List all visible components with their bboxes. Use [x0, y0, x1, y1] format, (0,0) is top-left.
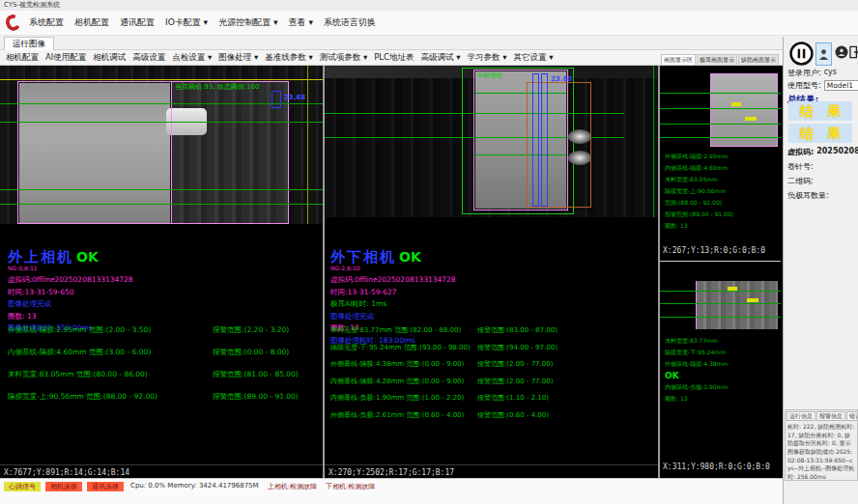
pause-button[interactable] — [789, 42, 814, 66]
yellow-baseline — [0, 79, 323, 80]
menu-item-io-card-config[interactable]: IO卡配置 ▾ — [165, 16, 208, 29]
ai-box-label: AI检测框 — [477, 71, 502, 80]
menu-item-language-switch[interactable]: 系统语言切换 — [324, 16, 376, 29]
model-field: 使用型号: Model1 — [787, 80, 858, 91]
left-camera-info: 外上相机OK NG:0,B:11 虚拟码:0ffline202502081331… — [8, 249, 133, 332]
app-window: CYS-视觉检测系统 系统配置 相机配置 通讯配置 IO卡配置 ▾ 光源控制配置… — [0, 0, 858, 504]
operator-button[interactable] — [835, 45, 848, 62]
upper-camera-fault: 上相机:检测故障 — [268, 482, 317, 491]
result-box-1: 结 果 — [788, 101, 852, 121]
toolbar-image-process[interactable]: 图像处理 ▾ — [218, 52, 258, 64]
measurement-row: 内侧基线-隔膜:4.28mm 范围:(0.00 - 9.00)报警范围:(2.0… — [330, 377, 558, 386]
toolbar-advanced-setup[interactable]: 高级设置 — [132, 52, 165, 64]
left-camera-image[interactable]: 当前阈值:93, 动态阈值:100 23.68 — [0, 66, 323, 224]
measurement-row: 隔膜宽度-下:95.24mm 范围:(93.00 - 98.00)报警范围:(9… — [330, 343, 558, 352]
log-tab-alarm[interactable]: 报警信息 — [816, 411, 845, 421]
tab-count-field: 负极耳数量: — [787, 190, 829, 201]
tab-run-image[interactable]: 运行图像 — [4, 37, 54, 50]
toolbar-baseline-params[interactable]: 基准线参数 ▾ — [265, 52, 312, 64]
virtual-code: 虚拟码:0ffline20250208133134728 — [330, 276, 456, 284]
mid-camera-panel: AI检测框 23.80 外下相机OK NG:2,B:10 虚拟码:0ffline… — [325, 66, 658, 478]
process-done: 图像处理完成 — [8, 300, 133, 308]
measurement-row: 来料宽度:83.77mm 范围:(82.00 - 88.00)报警范围:(83.… — [330, 325, 558, 335]
left-pixel-coords: X:7677;Y:891;R:14;G:14;B:14 — [0, 464, 323, 478]
menu-item-view[interactable]: 查看 ▾ — [289, 16, 313, 29]
tab-tab-display[interactable]: 极耳画面显示 — [697, 54, 737, 65]
log-panel: 运行信息 报警信息 错误信息 耗时: 222, 缺陷检测耗时: 17, 缺陷分类… — [785, 409, 858, 481]
logout-door-icon — [849, 45, 858, 59]
tab-highlight-blob — [568, 129, 591, 144]
menu-item-light-config[interactable]: 光源控制配置 ▾ — [218, 16, 277, 29]
turn-count: 圈数: 13 — [8, 313, 133, 321]
thumbnail-2[interactable]: 来料宽度:83.77mm 隔膜宽度-下:95.24mm 外侧基线-隔膜:4.38… — [660, 262, 781, 478]
toolbar-plc-address[interactable]: PLC地址表 — [374, 52, 414, 64]
measure-marker-value: 23.80 — [551, 75, 572, 83]
menu-item-camera-config[interactable]: 相机配置 — [74, 16, 109, 29]
thumb1-pixel-coords: X:267;Y:13;R:0;G:0;B:0 — [663, 246, 765, 255]
camera-status: OK — [76, 249, 99, 265]
mid-camera-image[interactable]: AI检测框 23.80 — [325, 66, 658, 217]
status-bar: 心跳信号 相机连接 通讯连接 Cpu: 0.0% Memory: 3424.41… — [0, 478, 783, 504]
user-icon — [818, 48, 829, 61]
ng-count: NG:2,B:10 — [330, 266, 456, 271]
heartbeat-badge: 心跳信号 — [4, 482, 41, 491]
login-user-value: cys — [824, 68, 837, 78]
result-box-2: 结 果 — [788, 124, 852, 143]
process-done: 图像处理完成 — [330, 313, 456, 321]
qrcode-field: 二维码: — [787, 176, 814, 186]
ai-time: 极耳AI耗时: 1ms — [330, 300, 456, 308]
measurement-row: 隔膜宽度-上:90.56mm 范围:(88.00 - 92.00)报警范围:(8… — [8, 392, 299, 402]
toolbar-spot-check[interactable]: 点检设置 ▾ — [172, 52, 212, 64]
exit-button[interactable] — [849, 45, 858, 62]
pause-icon — [789, 42, 814, 66]
log-text: 耗时: 222, 缺陷检测耗时: 17, 缺陷分类耗时: 0, 缺陷提取分区耗时… — [786, 422, 857, 481]
needle-no-field: 卷针号: — [787, 161, 814, 172]
log-tab-run[interactable]: 运行信息 — [786, 411, 815, 421]
virtual-code-label: 虚拟码: — [787, 147, 814, 157]
thumb1-image — [710, 73, 778, 147]
needle-no-label: 卷针号: — [787, 161, 814, 172]
menu-item-system-config[interactable]: 系统配置 — [29, 16, 64, 29]
toolbar-test-params[interactable]: 测试项参数 ▾ — [320, 52, 367, 64]
tab-highlight-blob — [568, 151, 591, 165]
login-user-label: 登录用户: — [787, 68, 821, 78]
toolbar-other-settings[interactable]: 其它设置 ▾ — [513, 52, 553, 64]
measurement-row: 外侧基线-负极:2.61mm 范围:(0.60 - 4.00)报警范围:(0.6… — [330, 410, 558, 420]
main-view-area: 当前阈值:93, 动态阈值:100 23.68 外上相机OK NG:0,B:11… — [0, 66, 783, 478]
toolbar-camera-debug[interactable]: 相机调试 — [93, 52, 126, 64]
measure-marker-value: 23.68 — [284, 94, 305, 101]
log-tabs: 运行信息 报警信息 错误信息 — [786, 410, 857, 422]
thumb1-text: 外侧基线-隔膜:2.95mm 内侧基线-隔膜:4.60mm 来料宽度:83.05… — [665, 151, 733, 232]
thumbnail-column: 外侧基线-隔膜:2.95mm 内侧基线-隔膜:4.60mm 来料宽度:83.05… — [660, 66, 781, 478]
camera-name: 外上相机 — [8, 248, 73, 266]
thumb2-text: 来料宽度:83.77mm 隔膜宽度-下:95.24mm 外侧基线-隔膜:4.38… — [665, 335, 728, 405]
tab-display-area[interactable]: 画面显示区 — [661, 54, 696, 65]
ng-count: NG:0,B:11 — [8, 266, 133, 271]
camera-name: 外下相机 — [330, 248, 396, 266]
toolbar-ai-usage-config[interactable]: AI使用配置 — [45, 52, 86, 64]
login-user-button[interactable] — [815, 42, 832, 66]
measurement-row: 内侧基线-隔膜:4.60mm 范围:(3.00 - 6.00)报警范围:(0.0… — [8, 348, 299, 357]
left-camera-panel: 当前阈值:93, 动态阈值:100 23.68 外上相机OK NG:0,B:11… — [0, 66, 323, 478]
measurement-row: 内侧基线-负极:1.90mm 范围:(1.00 - 2.20)报警范围:(1.1… — [330, 393, 558, 403]
menu-item-comm-config[interactable]: 通讯配置 — [120, 16, 155, 29]
tab-count-label: 负极耳数量: — [787, 190, 829, 201]
qrcode-label: 二维码: — [787, 176, 814, 186]
display-area-tabs: 画面显示区 极耳画面显示 缺陷画面显示 — [661, 50, 783, 66]
toolbar-camera-config[interactable]: 相机配置 — [6, 52, 39, 64]
thumb2-pixel-coords: X:311;Y:980;R:0;G:0;B:0 — [663, 462, 770, 471]
title-bar: CYS-视觉检测系统 — [0, 0, 858, 11]
virtual-code: 虚拟码:0ffline20250208133134728 — [8, 276, 133, 284]
tab-defect-display[interactable]: 缺陷画面显示 — [738, 54, 779, 65]
user-dark-icon — [835, 45, 848, 59]
measure-marker-box — [272, 91, 281, 108]
log-tab-error[interactable]: 错误信息 — [846, 411, 858, 421]
tab-strip: 运行图像 — [0, 36, 783, 50]
login-user-field: 登录用户: cys — [787, 68, 837, 78]
right-sidebar: 登录用户: cys 使用型号: Model1 总结果: 结 果 结 果 虚拟码:… — [783, 37, 858, 504]
toolbar-advanced-debug[interactable]: 高级调试 ▾ — [421, 52, 461, 64]
model-select[interactable]: Model1 — [824, 80, 858, 91]
thumbnail-1[interactable]: 外侧基线-隔膜:2.95mm 内侧基线-隔膜:4.60mm 来料宽度:83.05… — [660, 66, 781, 261]
toolbar-learn-params[interactable]: 学习参数 ▾ — [467, 52, 506, 64]
camera-conn-badge: 相机连接 — [45, 482, 82, 491]
